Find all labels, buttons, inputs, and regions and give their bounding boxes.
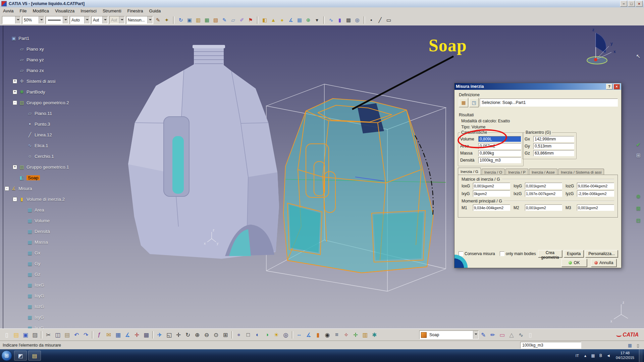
- save-icon[interactable]: ▣: [21, 330, 30, 340]
- mail-icon[interactable]: ✉: [104, 330, 113, 340]
- measure-selection-icon[interactable]: ◳: [469, 98, 479, 107]
- compass-icon[interactable]: ✧: [341, 330, 351, 340]
- minimize-button[interactable]: –: [620, 1, 627, 7]
- soap-annotation-label[interactable]: Soap: [429, 36, 467, 55]
- camera-icon[interactable]: ◉: [323, 330, 332, 340]
- tree-item-gy[interactable]: ▦ Gy: [21, 258, 69, 269]
- chevron-down-icon[interactable]: [15, 16, 20, 23]
- selection-field[interactable]: Selezione: Soap...Part1: [480, 99, 618, 107]
- tree-item-gruppo-geometrico-2[interactable]: - ▧ Gruppo geometrico.2: [13, 97, 69, 108]
- annotation-icon[interactable]: ▭: [497, 330, 507, 340]
- soap-wireframe-bottle[interactable]: [283, 99, 433, 273]
- tree-expander[interactable]: -: [13, 197, 17, 201]
- sketch-icon[interactable]: ✎: [220, 16, 229, 24]
- spell-check-icon[interactable]: ✔: [634, 140, 643, 149]
- tree-item-piano-11[interactable]: ▱ Piano.11: [21, 108, 69, 119]
- tray-language-label[interactable]: IT: [575, 354, 580, 358]
- measure-grid-icon[interactable]: ▦: [295, 16, 304, 24]
- show-desktop-button[interactable]: [639, 349, 643, 362]
- multi-view-icon[interactable]: ⊞: [221, 330, 230, 340]
- tree-item-part1[interactable]: ▣ Part1: [5, 33, 69, 44]
- tree-item-elica-1[interactable]: ∿ Elica.1: [21, 140, 69, 151]
- field-value[interactable]: 0,809kg: [478, 150, 521, 156]
- menu-avvia[interactable]: Avvia: [0, 7, 17, 14]
- spring-icon[interactable]: ∿: [516, 330, 526, 340]
- tab-inerzia-o[interactable]: Inerzia / O: [482, 169, 505, 175]
- matrix-value[interactable]: 0,001kgxm2: [577, 204, 614, 211]
- fit-all-icon[interactable]: ◱: [164, 330, 174, 340]
- menu-finestra[interactable]: Finestra: [124, 7, 146, 14]
- tree-item-cerchio-1[interactable]: ○ Cerchio.1: [21, 151, 69, 162]
- magnify-icon[interactable]: ◎: [281, 330, 290, 340]
- tree-item-gx[interactable]: ▦ Gx: [21, 247, 69, 258]
- measure-inertia-icon[interactable]: ▮: [313, 330, 323, 340]
- tab-inerzia-p[interactable]: Inerzia / P: [505, 169, 528, 175]
- field-value[interactable]: 0,513mm: [533, 143, 574, 149]
- field-value[interactable]: 142,998mm: [533, 136, 574, 142]
- line-width-combo[interactable]: [46, 16, 68, 24]
- chevron-down-icon[interactable]: [63, 16, 68, 23]
- esporta-button[interactable]: Esporta: [564, 250, 584, 257]
- density-field[interactable]: 1000kg_m3: [520, 342, 581, 349]
- tree-expander[interactable]: +: [13, 165, 17, 169]
- menu-guida[interactable]: Guida: [146, 7, 164, 14]
- taskbar-clock[interactable]: 17:48 04/12/2015: [614, 351, 636, 360]
- globe-icon[interactable]: ⊕: [304, 16, 313, 24]
- matrix-value[interactable]: 0,001kgxm2: [525, 183, 562, 189]
- paste-icon[interactable]: ▤: [62, 330, 72, 340]
- knowledge-icon[interactable]: ✱: [370, 330, 379, 340]
- chevron-down-icon[interactable]: [473, 331, 478, 339]
- menu-inserisci[interactable]: Inserisci: [77, 7, 100, 14]
- tree-item-massa[interactable]: ▦ Massa: [21, 237, 69, 247]
- chevron-down-icon[interactable]: [119, 16, 124, 23]
- tree-item-ioyg[interactable]: ▦ IoyG: [21, 290, 69, 301]
- line-type-combo[interactable]: Aut: [91, 16, 108, 24]
- ok-button[interactable]: OK: [561, 259, 587, 267]
- histogram-icon[interactable]: ▮: [335, 16, 344, 24]
- checkbox-box[interactable]: [500, 251, 504, 256]
- field-value[interactable]: 63,866mm: [533, 150, 574, 156]
- cone-icon[interactable]: ▲: [269, 16, 278, 24]
- pen-icon[interactable]: ✎: [479, 330, 488, 340]
- start-button[interactable]: ⊞: [1, 350, 12, 361]
- tree-item-ixyg[interactable]: ▦ IxyG: [21, 312, 69, 322]
- tree-item-misura[interactable]: - ∡ Misura: [5, 183, 69, 194]
- wireframe-view-icon[interactable]: □: [244, 330, 253, 340]
- tree-item-iozg[interactable]: ▦ IozG: [21, 301, 69, 312]
- matrix-value[interactable]: 9,034e-004kgxm2: [473, 204, 510, 211]
- matrix-value[interactable]: 9,035e-004kgxm2: [577, 183, 614, 189]
- zoom-combo[interactable]: 50%: [22, 16, 44, 24]
- field-value[interactable]: 1000kg_m3: [478, 157, 521, 163]
- measure-inertia-mode-icon[interactable]: ▦: [459, 98, 468, 107]
- dialog-titlebar[interactable]: Misura inerzia ? ×: [454, 83, 621, 90]
- taskbar-item-explorer[interactable]: ▤: [28, 351, 41, 361]
- measure-angle-icon[interactable]: ∡: [286, 16, 295, 24]
- flag-note-icon[interactable]: ⚑: [246, 16, 255, 24]
- chevron-down-icon[interactable]: [102, 16, 108, 23]
- pan-icon[interactable]: ✛: [174, 330, 183, 340]
- tab-inerzia-sistema[interactable]: Inerzia / Sistema di assi: [558, 169, 604, 175]
- sheet-icon[interactable]: ▯: [526, 330, 535, 340]
- matrix-value[interactable]: 0kgxm2: [473, 190, 510, 197]
- tree-item-densita[interactable]: ▦ Densità: [21, 226, 69, 237]
- measure-angle2-icon[interactable]: ∡: [123, 330, 132, 340]
- new-file-icon[interactable]: ▯: [2, 330, 11, 340]
- measure-between-icon[interactable]: ⇔: [294, 330, 304, 340]
- measure-add-icon[interactable]: ⊕: [634, 192, 643, 200]
- container-icon[interactable]: ▧: [211, 16, 220, 24]
- print-icon[interactable]: ▨: [30, 330, 40, 340]
- titlebar[interactable]: CATIA V5 - [volume liquido.4.CATPart] –□…: [0, 0, 644, 8]
- plane-icon[interactable]: ▱: [229, 16, 237, 24]
- taskbar-item-window[interactable]: ◩: [14, 351, 27, 361]
- tree-expander[interactable]: +: [13, 79, 17, 83]
- dialog-close-button[interactable]: ×: [613, 84, 620, 89]
- formula-icon[interactable]: ƒ: [95, 330, 104, 340]
- measure-item-icon[interactable]: ∡: [304, 330, 313, 340]
- annulla-button[interactable]: Annulla: [591, 259, 616, 267]
- magnifier-icon[interactable]: ◎: [353, 16, 362, 24]
- redo-icon[interactable]: ↷: [81, 330, 91, 340]
- normal-view-icon[interactable]: ⊙: [211, 330, 221, 340]
- tree-item-punto-3[interactable]: • Punto.3: [21, 119, 69, 129]
- tree-item-partbody[interactable]: + ❋ PartBody: [13, 86, 69, 97]
- chevron-down-icon[interactable]: [84, 16, 90, 23]
